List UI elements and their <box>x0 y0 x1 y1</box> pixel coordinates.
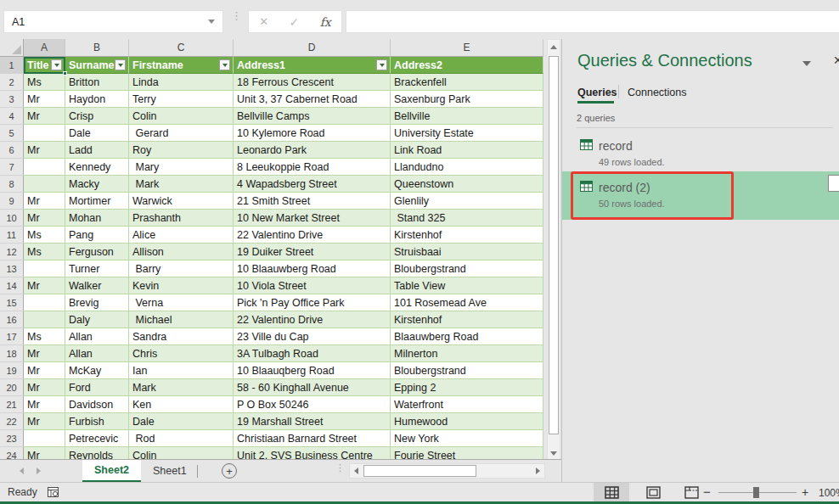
add-sheet-button[interactable]: + <box>222 463 237 479</box>
cell[interactable]: Kevin <box>129 277 234 294</box>
row-header-13[interactable]: 13 <box>0 260 24 277</box>
cell[interactable]: Kennedy <box>65 159 129 176</box>
row-header-10[interactable]: 10 <box>0 210 24 227</box>
query-item[interactable]: record (2)50 rows loaded. <box>562 171 839 220</box>
cell[interactable]: Davidson <box>65 396 129 413</box>
scroll-up-icon[interactable] <box>548 40 560 53</box>
cell[interactable]: 10 Blaauqberg Road <box>234 362 391 379</box>
cell[interactable]: Bloubergstrand <box>391 260 543 277</box>
sheet-tab-sheet2[interactable]: Sheet2 <box>82 460 141 482</box>
cell[interactable]: Reynolds <box>65 447 129 459</box>
cell[interactable] <box>24 125 65 142</box>
row-header-2[interactable]: 2 <box>0 74 24 91</box>
cell[interactable]: McKay <box>65 362 129 379</box>
cell[interactable]: Mohan <box>65 210 129 227</box>
scroll-right-icon[interactable] <box>532 464 544 478</box>
cell[interactable] <box>24 430 65 447</box>
row-header-21[interactable]: 21 <box>0 396 24 413</box>
cell[interactable]: Mary <box>129 159 234 176</box>
header-cell-title[interactable]: Title <box>24 57 65 74</box>
cell[interactable]: Bellville <box>391 108 543 125</box>
cell[interactable]: Mr <box>24 277 65 294</box>
cell[interactable]: 21 Smith Street <box>234 193 391 210</box>
cell[interactable]: Furbish <box>65 413 129 430</box>
cell[interactable]: 10 Blaauwberg Road <box>234 260 391 277</box>
cell[interactable]: Epping 2 <box>391 379 543 396</box>
cell[interactable]: Unit 2, SVS Business Centre <box>234 447 391 459</box>
cell[interactable]: Ken <box>129 396 234 413</box>
row-header-3[interactable]: 3 <box>0 91 24 108</box>
cell[interactable]: Fourie Street <box>391 447 543 459</box>
cell[interactable]: Mr <box>24 447 65 459</box>
cell[interactable]: Sandra <box>129 328 234 345</box>
cell[interactable]: Mr <box>24 142 65 159</box>
cell[interactable]: Rod <box>129 430 234 447</box>
zoom-out-icon[interactable]: − <box>703 484 711 499</box>
cell[interactable]: Glenlily <box>391 193 543 210</box>
cell[interactable]: Mr <box>24 193 65 210</box>
column-header-c[interactable]: C <box>129 39 234 57</box>
cell[interactable]: Ferguson <box>65 244 129 260</box>
cell[interactable]: Ms <box>24 227 65 244</box>
filter-dropdown-button[interactable] <box>219 59 230 70</box>
cell[interactable]: 58 - 60 Kinghall Avenue <box>234 379 391 396</box>
row-header-23[interactable]: 23 <box>0 430 24 447</box>
row-header-11[interactable]: 11 <box>0 227 24 244</box>
row-header-12[interactable]: 12 <box>0 244 24 260</box>
cell[interactable]: Bloubergstrand <box>391 362 543 379</box>
header-cell-firstname[interactable]: Firstname <box>129 57 234 74</box>
cell[interactable]: 18 Ferrous Crescent <box>234 74 391 91</box>
cell[interactable]: Warwick <box>129 193 234 210</box>
cell[interactable]: Allan <box>65 328 129 345</box>
column-header-e[interactable]: E <box>391 39 543 57</box>
header-cell-address1[interactable]: Address1 <box>234 57 391 74</box>
cell[interactable]: Dale <box>65 125 129 142</box>
cell[interactable]: Blaauwberg Road <box>391 328 543 345</box>
panel-close-icon[interactable]: ✕ <box>833 53 839 67</box>
horizontal-scrollbar-thumb[interactable] <box>363 465 476 477</box>
enter-icon[interactable]: ✓ <box>290 15 300 29</box>
cell[interactable]: Milnerton <box>391 345 543 362</box>
row-header-5[interactable]: 5 <box>0 125 24 142</box>
row-header-9[interactable]: 9 <box>0 193 24 210</box>
cell[interactable]: Mortimer <box>65 193 129 210</box>
cell[interactable]: 23 Ville du Cap <box>234 328 391 345</box>
cell[interactable]: Colin <box>129 447 234 459</box>
query-item[interactable]: record49 rows loaded. <box>562 132 839 171</box>
cell[interactable]: Bellville Camps <box>234 108 391 125</box>
cell[interactable]: Linda <box>129 74 234 91</box>
cell[interactable]: Mark <box>129 176 234 193</box>
row-header-20[interactable]: 20 <box>0 379 24 396</box>
vertical-scrollbar-thumb[interactable] <box>549 56 559 434</box>
filter-dropdown-button[interactable] <box>376 59 387 70</box>
select-all-corner[interactable] <box>0 39 24 57</box>
cell[interactable]: Britton <box>65 74 129 91</box>
cell[interactable]: 3A Tulbagh Road <box>234 345 391 362</box>
name-box-dropdown-icon[interactable] <box>208 20 215 24</box>
column-header-b[interactable]: B <box>65 39 129 57</box>
column-header-a[interactable]: A <box>24 39 65 57</box>
cell[interactable]: P O Box 50246 <box>234 396 391 413</box>
row-header-19[interactable]: 19 <box>0 362 24 379</box>
cell[interactable]: Walker <box>65 277 129 294</box>
cell[interactable]: Ms <box>24 328 65 345</box>
sheet-nav-right-icon[interactable] <box>37 468 41 474</box>
row-header-24[interactable]: 24 <box>0 447 24 459</box>
cell[interactable]: Ms <box>24 244 65 260</box>
cell[interactable]: Saxenburg Park <box>391 91 543 108</box>
cell[interactable]: Prashanth <box>129 210 234 227</box>
vertical-scrollbar[interactable] <box>547 39 560 461</box>
cell[interactable]: Mark <box>129 379 234 396</box>
cell[interactable]: Mr <box>24 379 65 396</box>
cell[interactable]: Ford <box>65 379 129 396</box>
cell[interactable]: Table View <box>391 277 543 294</box>
cell[interactable]: Mr <box>24 108 65 125</box>
cell[interactable]: Ian <box>129 362 234 379</box>
sheet-nav-left-icon[interactable] <box>20 468 24 474</box>
row-header-16[interactable]: 16 <box>0 311 24 328</box>
cell[interactable]: Mr <box>24 396 65 413</box>
cell[interactable]: 19 Marshall Street <box>234 413 391 430</box>
cell[interactable]: Pang <box>65 227 129 244</box>
cell[interactable]: Turner <box>65 260 129 277</box>
cancel-icon[interactable]: ✕ <box>259 15 268 28</box>
